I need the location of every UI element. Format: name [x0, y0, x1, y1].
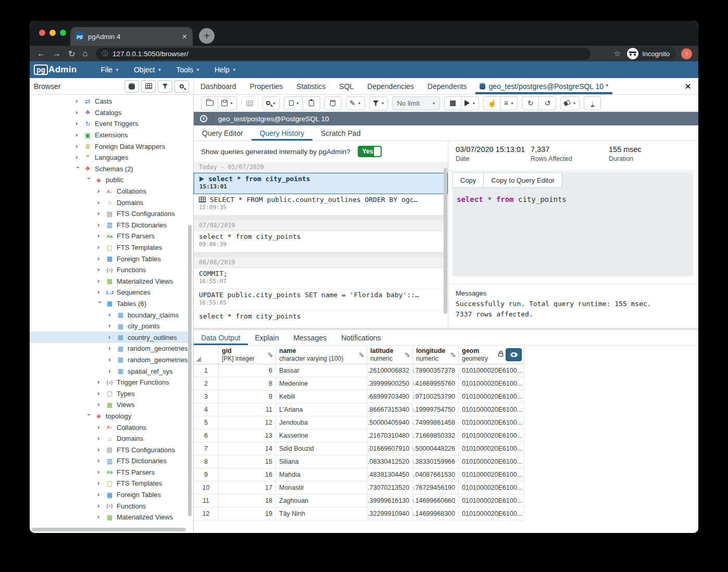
copy-button[interactable]: ▼	[284, 96, 303, 110]
tree-item-languages[interactable]: ›❞Languages	[30, 152, 189, 163]
tree-item-sequences[interactable]: ›1..3Sequences	[30, 287, 189, 298]
history-entry[interactable]: select * from city_points	[194, 311, 448, 328]
tree-item-fts-templates[interactable]: ›▢FTS Templates	[30, 478, 189, 489]
cell[interactable]: .73070213520	[367, 481, 413, 494]
cell[interactable]: 0101000020E6100...	[459, 403, 524, 416]
browser-tab[interactable]: pg pgAdmin 4 ✕	[70, 27, 193, 46]
tree-item-event-triggers[interactable]: ›↻Event Triggers	[30, 118, 189, 130]
tree-item-domains[interactable]: ›⌂Domains	[30, 197, 189, 208]
menu-tools[interactable]: Tools▼	[171, 63, 205, 76]
chevron-right-icon[interactable]: ›	[97, 288, 103, 296]
tree-item-boundary-claims[interactable]: ›▦boundary_claims	[30, 309, 189, 321]
column-header-gid[interactable]: gid[PK] integer✎	[219, 346, 276, 364]
chevron-right-icon[interactable]: ›	[97, 209, 103, 217]
cell[interactable]: 13	[219, 429, 276, 442]
cell[interactable]: 11	[219, 403, 276, 416]
minimize-window-button[interactable]	[49, 30, 56, 36]
table-row[interactable]: 916Mahdia.483913044501.04087661530010100…	[194, 468, 698, 481]
history-entry[interactable]: select * from city_points09:06:39	[194, 231, 448, 252]
tree-item-fts-parsers[interactable]: ›AaFTS Parsers	[30, 467, 189, 478]
chevron-down-icon[interactable]: ›	[85, 177, 93, 183]
tab-dependencies[interactable]: Dependencies	[360, 78, 421, 94]
tab-query-editor[interactable]: Query Editor	[194, 125, 252, 141]
cell[interactable]: Monastir	[276, 481, 367, 494]
search-objects-button[interactable]	[174, 80, 189, 93]
table-row[interactable]: 1219Tây Ninh.322999109406.14699968300010…	[194, 507, 698, 520]
close-window-button[interactable]	[39, 30, 45, 36]
cell[interactable]: 0101000020E6100...	[459, 390, 524, 403]
chevron-right-icon[interactable]: ›	[97, 389, 103, 397]
chevron-right-icon[interactable]: ›	[108, 344, 114, 352]
tree-item-collations[interactable]: ›A↓Collations	[30, 422, 189, 433]
cell[interactable]: 6	[219, 364, 276, 377]
cell[interactable]: 8.71669850332	[413, 429, 459, 442]
cell[interactable]: 0101000020E6100...	[459, 494, 524, 507]
table-row[interactable]: 815Siliana.083304125209.3833015996601010…	[194, 455, 698, 468]
cell[interactable]: .86667315340	[367, 403, 413, 416]
cell[interactable]: 10	[194, 481, 219, 494]
tree-item-fts-parsers[interactable]: ›AaFTS Parsers	[30, 231, 189, 242]
tree-item-foreign-data-wrappers[interactable]: ›≣Foreign Data Wrappers	[30, 141, 189, 152]
execute-button[interactable]: ▼	[461, 96, 479, 110]
table-row[interactable]: 714Sdid Bouzid.016696079109.500004482260…	[194, 442, 698, 455]
history-scrollbar[interactable]	[444, 168, 447, 314]
cell[interactable]: L'Ariana	[276, 403, 367, 416]
cell[interactable]: 8	[219, 377, 276, 390]
table-row[interactable]: 28Medenine.399999002500.4166995576001010…	[194, 377, 698, 390]
chevron-right-icon[interactable]: ›	[76, 108, 81, 116]
tree-item-types[interactable]: ›▢Types	[30, 388, 189, 399]
tree-item-collations[interactable]: ›A↓Collations	[30, 186, 189, 197]
cell[interactable]: 0101000020E6100...	[459, 364, 524, 377]
cell[interactable]: .39999900250	[367, 377, 413, 390]
tree-item-fts-configurations[interactable]: ›▤FTS Configurations	[30, 208, 189, 220]
table-row[interactable]: 613Kasserine.216703104808.71669850332010…	[194, 429, 698, 442]
chevron-right-icon[interactable]: ›	[108, 322, 114, 329]
edit-pencil-icon[interactable]: ✎	[403, 352, 411, 358]
table-row[interactable]: 512Jendouba.500004059408.749998614580101…	[194, 416, 698, 429]
cell[interactable]: 15	[219, 455, 276, 468]
cell[interactable]: 0101000020E6100...	[459, 507, 524, 520]
tab-query-tool[interactable]: geo_test/postgres@PostgreSQL 10 *	[473, 78, 614, 94]
cell[interactable]: 0.41669955760	[413, 377, 459, 390]
chevron-right-icon[interactable]: ›	[97, 434, 103, 442]
extension-icon[interactable]: ↑	[681, 48, 692, 59]
cell[interactable]: .21670310480	[367, 429, 413, 442]
cell[interactable]: Siliana	[276, 455, 367, 468]
chevron-right-icon[interactable]: ›	[97, 243, 103, 251]
tree-item-random-geometries[interactable]: ›▦random_geometries	[30, 343, 189, 354]
copy-button[interactable]: Copy	[453, 172, 484, 188]
chevron-right-icon[interactable]: ›	[108, 333, 114, 341]
tree-item-domains[interactable]: ›⌂Domains	[30, 433, 189, 444]
cell[interactable]: 9.50000448226	[413, 442, 459, 455]
cell[interactable]: 0.14699660660	[413, 494, 459, 507]
cell[interactable]: 0101000020E6100...	[459, 429, 524, 442]
cell[interactable]: 2	[194, 377, 219, 390]
tree-item-fts-dictionaries[interactable]: ›▥FTS Dictionaries	[30, 455, 189, 467]
cell[interactable]: Zaghouan	[276, 494, 367, 507]
cell[interactable]: 3	[194, 390, 219, 403]
chevron-right-icon[interactable]: ›	[76, 119, 81, 127]
cell[interactable]: Kebili	[276, 390, 367, 403]
cell[interactable]: .39999616130	[367, 494, 413, 507]
history-entry[interactable]: select * from city_points15:13:01	[194, 173, 448, 194]
column-header-latitude[interactable]: latitudenumeric✎	[367, 346, 413, 364]
tree-item-spatial-ref-sys[interactable]: ›▦spatial_ref_sys	[30, 365, 189, 377]
table-row[interactable]: 16Bassar.261000068320.789003573780101000…	[194, 364, 698, 377]
grid-corner-cell[interactable]	[194, 346, 219, 364]
paste-button[interactable]	[303, 96, 320, 110]
menu-object[interactable]: Object▼	[129, 63, 167, 76]
tree-item-extensions[interactable]: ›▣Extensions	[30, 130, 189, 141]
cell[interactable]: .48391304450	[367, 468, 413, 481]
chevron-right-icon[interactable]: ›	[76, 153, 81, 161]
tree-item-random-geometries[interactable]: ›▦random_geometries	[30, 354, 189, 366]
tree-horizontal-scrollbar[interactable]	[32, 528, 186, 531]
cell[interactable]: 0101000020E6100...	[459, 468, 524, 481]
cell[interactable]: 0.78900357378	[413, 364, 459, 377]
table-row[interactable]: 1017Monastir.730702135200.76729456190010…	[194, 481, 698, 494]
internal-queries-toggle[interactable]: Yes	[358, 146, 382, 157]
tree-item-materialized-views[interactable]: ›▦Materialized Views	[30, 276, 189, 287]
tab-properties[interactable]: Properties	[243, 78, 290, 94]
cell[interactable]: 0101000020E6100...	[459, 377, 524, 390]
table-row[interactable]: 411L'Ariana.866673153400.199997547500101…	[194, 403, 698, 416]
url-bar[interactable]: ⓘ 127.0.0.1:5050/browser/	[96, 48, 591, 60]
